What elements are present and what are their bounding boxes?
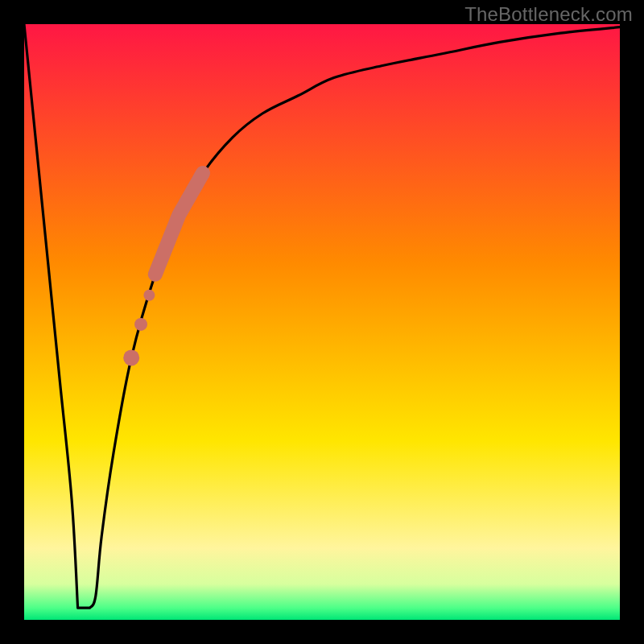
highlight-dot bbox=[134, 318, 147, 331]
chart-plot-area bbox=[24, 24, 620, 620]
chart-svg bbox=[24, 24, 620, 620]
chart-frame: TheBottleneck.com bbox=[0, 0, 644, 644]
plot-background bbox=[24, 24, 620, 620]
highlight-dot bbox=[123, 349, 139, 365]
highlight-dot bbox=[143, 290, 155, 301]
watermark-text: TheBottleneck.com bbox=[464, 3, 633, 26]
